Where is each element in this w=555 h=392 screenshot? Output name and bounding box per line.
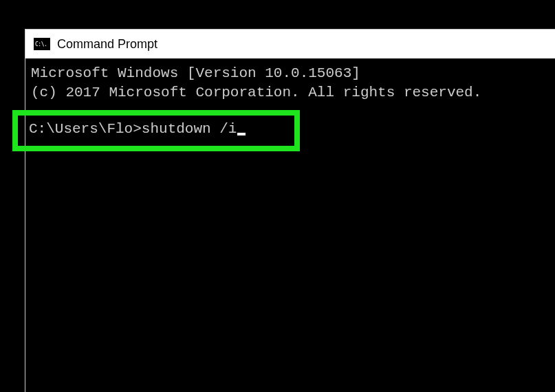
- version-line: Microsoft Windows [Version 10.0.15063]: [25, 64, 555, 83]
- window-title: Command Prompt: [57, 37, 157, 52]
- prompt-path: C:\Users\Flo>: [29, 121, 142, 137]
- typed-command: shutdown /i: [142, 121, 237, 137]
- terminal-body[interactable]: Microsoft Windows [Version 10.0.15063] (…: [25, 58, 555, 103]
- command-line[interactable]: C:\Users\Flo>shutdown /i: [29, 121, 246, 137]
- title-bar[interactable]: C:\. Command Prompt: [25, 30, 555, 58]
- command-prompt-window: C:\. Command Prompt Microsoft Windows [V…: [25, 29, 555, 392]
- copyright-line: (c) 2017 Microsoft Corporation. All righ…: [25, 83, 555, 102]
- cursor: [237, 133, 246, 135]
- cmd-icon: C:\.: [34, 38, 50, 50]
